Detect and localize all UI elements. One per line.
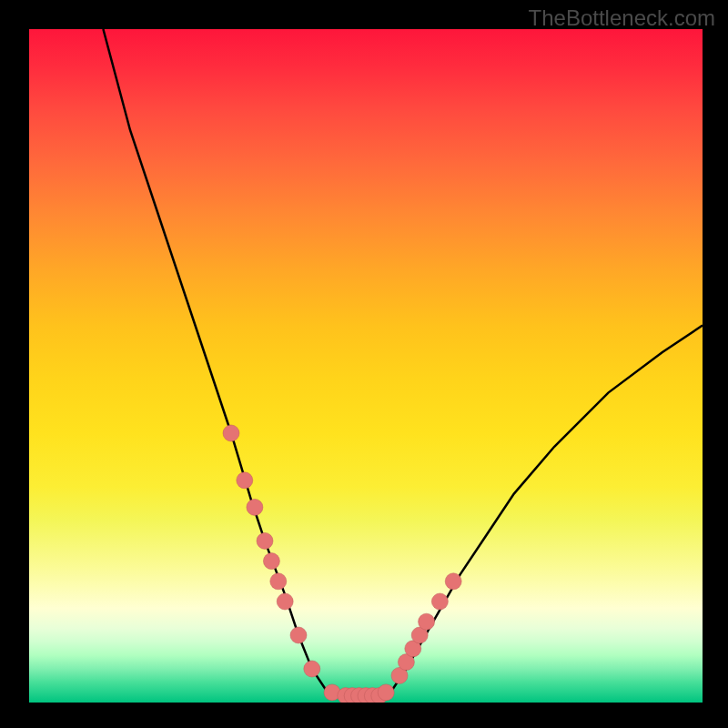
marker-dot [290, 627, 307, 643]
marker-dot [263, 553, 279, 570]
marker-dot [378, 684, 394, 701]
marker-dot [257, 532, 273, 549]
watermark-text: TheBottleneck.com [529, 5, 715, 31]
marker-dot [237, 472, 253, 489]
marker-dot [445, 573, 461, 590]
marker-dot [247, 499, 263, 515]
chart-svg-layer [29, 29, 703, 703]
marker-dots-group [223, 425, 461, 703]
bottleneck-curve [103, 29, 703, 696]
marker-dot [277, 593, 293, 610]
marker-dot [431, 593, 448, 610]
marker-dot [419, 613, 435, 630]
marker-dot [270, 573, 287, 590]
marker-dot [304, 661, 320, 677]
marker-dot [223, 425, 239, 441]
curve-path-group [103, 29, 703, 696]
chart-plot-area [29, 29, 703, 703]
